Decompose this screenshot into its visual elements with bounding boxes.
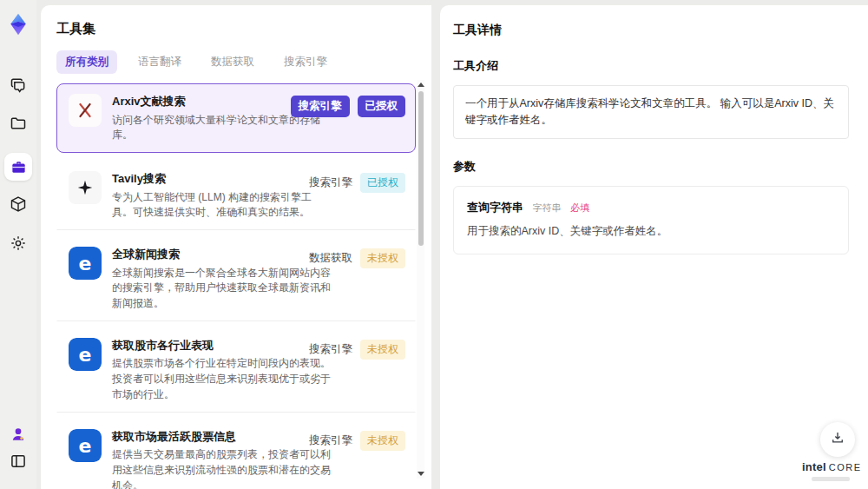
cube-icon[interactable] [7,193,30,215]
tool-description: 提供当天交易量最高的股票列表，投资者可以利用这些信息来识别流动性强的股票和潜在的… [112,447,331,489]
tool-title: 全球新闻搜索 [112,247,331,262]
tool-detail-panel: 工具详情 工具介绍 一个用于从Arxiv存储库搜索科学论文和文章的工具。 输入可… [440,5,868,489]
tool-category-badge: 搜索引擎 [309,175,352,190]
chat-icon[interactable] [7,74,30,96]
panel-icon[interactable] [7,450,30,472]
download-button[interactable] [820,422,855,457]
arxiv-icon [69,94,102,127]
gear-icon[interactable] [7,232,30,254]
app-logo[interactable] [5,11,31,37]
tool-auth-badge: 未授权 [360,431,405,451]
briefcase-icon[interactable] [4,153,32,181]
tool-title: Tavily搜索 [112,171,331,187]
brand-primary: intel [802,460,826,473]
page-title: 工具集 [56,21,431,37]
scrollbar-thumb[interactable] [418,91,424,246]
tools-panel: 工具集 所有类别语言翻译数据获取搜索引擎 Arxiv文献搜索 访问各个研究领域大… [41,5,431,489]
enews-icon: e [69,429,102,462]
tool-card-stock-sector-performance[interactable]: e 获取股市各行业表现 提供股票市场各个行业在特定时间段内的表现。投资者可以利用… [56,327,416,413]
intel-core-logo: intelCORE [802,459,859,481]
brand-sub-mark [812,477,850,481]
tool-title: 获取市场最活跃股票信息 [112,429,331,445]
download-icon [830,430,845,449]
tool-card-tavily-search[interactable]: Tavily搜索 专为人工智能代理 (LLM) 构建的搜索引擎工具。可快速提供实… [56,161,416,230]
tool-category-badge: 搜索引擎 [309,342,352,357]
enews-icon: e [69,247,102,280]
icon-rail [0,0,36,489]
params-heading: 参数 [453,159,849,175]
tool-description: 专为人工智能代理 (LLM) 构建的搜索引擎工具。可快速提供实时、准确和真实的结… [112,190,331,221]
parameter-description: 用于搜索的Arxiv ID、关键字或作者姓名。 [467,224,835,239]
tool-card-global-news-search[interactable]: e 全球新闻搜索 全球新闻搜索是一个聚合全球各大新闻网站内容的搜索引擎，帮助用户… [56,236,416,321]
tool-category-badge: 数据获取 [309,251,352,266]
tab-all-categories[interactable]: 所有类别 [56,50,117,74]
tool-card-arxiv-search[interactable]: Arxiv文献搜索 访问各个研究领域大量科学论文和文章的存储库。 搜索引擎 已授… [56,83,416,153]
avatar-icon[interactable] [7,423,30,446]
tool-category-badge: 搜索引擎 [291,96,350,117]
tool-category-badge: 搜索引擎 [309,433,352,448]
detail-title: 工具详情 [453,23,849,38]
tool-title: 获取股市各行业表现 [112,338,331,354]
parameter-card: 查询字符串 字符串 必填 用于搜索的Arxiv ID、关键字或作者姓名。 [453,186,849,254]
scroll-up-arrow[interactable] [418,83,424,87]
tab-language-translation[interactable]: 语言翻译 [129,50,190,74]
scroll-down-arrow[interactable] [418,472,424,476]
enews-icon: e [69,338,102,371]
tool-description: 提供股票市场各个行业在特定时间段内的表现。投资者可以利用这些信息来识别表现优于或… [112,356,331,402]
brand-secondary: CORE [829,462,862,472]
tool-description: 全球新闻搜索是一个聚合全球各大新闻网站内容的搜索引擎，帮助用户快速获取全球最新资… [112,266,331,312]
parameter-head: 查询字符串 字符串 必填 [467,199,835,215]
tool-auth-badge: 未授权 [360,248,405,268]
list-scrollbar[interactable] [417,80,424,479]
tool-auth-badge: 未授权 [360,340,405,360]
tab-data-fetch[interactable]: 数据获取 [202,50,263,74]
tool-card-most-active-stocks[interactable]: e 获取市场最活跃股票信息 提供当天交易量最高的股票列表，投资者可以利用这些信息… [56,419,416,489]
svg-text:e: e [79,253,92,274]
svg-text:e: e [79,435,92,457]
tool-auth-badge: 已授权 [358,96,406,117]
parameter-required-badge: 必填 [570,202,589,213]
intro-heading: 工具介绍 [453,58,849,74]
tavily-icon [69,171,102,204]
tool-list: Arxiv文献搜索 访问各个研究领域大量科学论文和文章的存储库。 搜索引擎 已授… [56,83,416,489]
category-tabs: 所有类别语言翻译数据获取搜索引擎 [56,50,431,74]
intro-text: 一个用于从Arxiv存储库搜索科学论文和文章的工具。 输入可以是Arxiv ID… [453,85,849,139]
tab-search-engine[interactable]: 搜索引擎 [275,50,336,74]
svg-text:e: e [79,344,92,366]
parameter-type: 字符串 [532,202,561,213]
parameter-name: 查询字符串 [467,201,523,214]
folder-icon[interactable] [7,112,30,135]
tool-auth-badge: 已授权 [360,173,405,193]
